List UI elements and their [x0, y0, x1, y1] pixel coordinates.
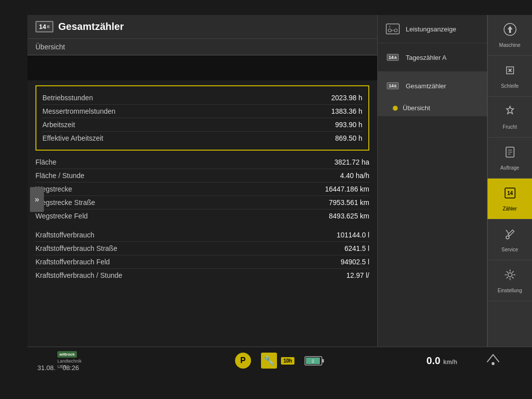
sidebar-item-leistungsanzeige[interactable]: Leistungsanzeige — [378, 15, 487, 43]
value-wegstrecke-strasse: 7953.561 km — [329, 199, 369, 206]
strip-item-service[interactable]: Service — [488, 219, 532, 260]
data-row-wegstrecke-feld: Wegstrecke Feld 8493.625 km — [35, 209, 369, 222]
date-display: 31.08. — [37, 364, 55, 372]
highlighted-row-2: Arbeitszeit 993.90 h — [42, 118, 362, 132]
data-row-wegstrecke-strasse: Wegstrecke Straße 7953.561 km — [35, 196, 369, 209]
svg-text:14: 14 — [507, 191, 513, 196]
strip-label-einstellung: Einstellung — [498, 288, 522, 294]
hl-label-2: Arbeitszeit — [42, 121, 75, 129]
speed-unit: km/h — [443, 359, 457, 366]
service-icon — [503, 226, 518, 244]
strip-item-maschine[interactable]: Maschine — [488, 15, 532, 56]
strip-label-maschine: Maschine — [499, 42, 521, 48]
sidebar-nav: Leistungsanzeige 14A Tageszähler A 14E G… — [378, 15, 487, 347]
header-icon-num: 14 — [39, 23, 46, 30]
strip-label-service: Service — [502, 247, 518, 253]
label-wegstrecke-feld: Wegstrecke Feld — [35, 212, 88, 220]
sidebar-item-tageszaehler[interactable]: 14A Tageszähler A — [378, 43, 487, 72]
data-section-1: Fläche 3821.72 ha Fläche / Stunde 4.40 h… — [27, 156, 377, 222]
strip-label-schleife: Schleife — [501, 83, 519, 89]
speed-display: 0.0 km/h — [427, 355, 457, 367]
hl-value-1: 1383.36 h — [331, 107, 362, 115]
speed-value: 0.0 — [427, 355, 441, 366]
tageszaehler-label: Tageszähler A — [406, 54, 447, 61]
icon-strip: Maschine Schleife Frucht — [487, 15, 532, 347]
strip-item-zaehler[interactable]: 14 Zähler — [488, 179, 532, 219]
collapse-icon: » — [35, 195, 39, 204]
label-flache-stunde: Fläche / Stunde — [35, 172, 84, 180]
data-row-kraftstoff-stunde: Kraftstoffverbrauch / Stunde 12.97 l/ — [35, 269, 369, 282]
subtitle-text: Übersicht — [35, 43, 65, 51]
data-row-flache: Fläche 3821.72 ha — [35, 156, 369, 169]
header-icon-badge: 14 E — [35, 21, 53, 32]
strip-label-frucht: Frucht — [503, 124, 517, 130]
strip-item-frucht[interactable]: Frucht — [488, 97, 532, 138]
ubersicht-label: Übersicht — [403, 104, 430, 112]
dark-banner — [27, 55, 377, 80]
einstellung-icon — [503, 267, 518, 285]
page-title: Gesamtzähler — [58, 21, 124, 32]
value-wegstrecke: 16447.186 km — [325, 185, 369, 193]
screen-frame: 14 E Gesamtzähler Übersicht Betriebsstun… — [27, 15, 532, 374]
time-display: 08:26 — [63, 364, 79, 372]
gesamtzaehler-label: Gesamtzähler — [406, 82, 446, 90]
tageszaehler-icon: 14A — [385, 49, 401, 65]
frucht-icon — [503, 104, 518, 122]
service-status: 🔧 10h — [261, 353, 294, 369]
section-gap — [27, 222, 377, 228]
value-kraftstoff-stunde: 12.97 l/ — [346, 271, 369, 279]
hl-label-3: Effektive Arbeitszeit — [42, 134, 103, 142]
value-wegstrecke-feld: 8493.625 km — [329, 212, 369, 220]
sub-nav-ubersicht[interactable]: Übersicht — [378, 100, 487, 116]
status-bar: wittrock Landtechnik UES P 🔧 10h — [27, 347, 532, 374]
svg-point-1 — [388, 29, 391, 32]
hl-value-0: 2023.98 h — [331, 94, 362, 102]
data-row-kraftstoff-feld: Kraftstoffverbrauch Feld 94902.5 l — [35, 255, 369, 269]
svg-line-13 — [506, 230, 509, 233]
schleife-icon — [503, 63, 518, 81]
highlighted-row-3: Effektive Arbeitszeit 869.50 h — [42, 132, 362, 145]
label-flache: Fläche — [35, 158, 56, 166]
label-kraftstoff-stunde: Kraftstoffverbrauch / Stunde — [35, 271, 122, 279]
highlighted-row-1: Messertrommelstunden 1383.36 h — [42, 105, 362, 118]
data-row-kraftstoff: Kraftstoffverbrauch 101144.0 l — [35, 228, 369, 242]
wrench-icon: 🔧 — [261, 353, 277, 369]
sidebar-item-gesamtzaehler[interactable]: 14E Gesamtzähler — [378, 72, 487, 100]
strip-label-auftrage: Auftrage — [501, 165, 520, 171]
battery-status: 2 — [304, 355, 324, 367]
main-area: 14 E Gesamtzähler Übersicht Betriebsstun… — [27, 15, 532, 347]
data-row-wegstrecke: Wegstrecke 16447.186 km — [35, 183, 369, 196]
label-kraftstoff-strasse: Kraftstoffverbrauch Straße — [35, 244, 117, 252]
logo-line2: Landtechnik — [57, 359, 82, 365]
content-panel: 14 E Gesamtzähler Übersicht Betriebsstun… — [27, 15, 377, 347]
svg-point-3 — [394, 29, 397, 32]
logo-box: wittrock — [57, 351, 77, 358]
value-kraftstoff-feld: 94902.5 l — [340, 258, 369, 266]
leistungsanzeige-icon — [385, 21, 401, 37]
value-kraftstoff-strasse: 6241.5 l — [344, 244, 369, 252]
header-icon-sub: E — [47, 24, 49, 29]
parking-status: P — [235, 353, 251, 369]
svg-point-19 — [492, 362, 495, 365]
svg-point-14 — [508, 273, 512, 277]
label-wegstrecke-strasse: Wegstrecke Straße — [35, 199, 95, 206]
right-sidebar: Leistungsanzeige 14A Tageszähler A 14E G… — [377, 15, 487, 347]
value-flache: 3821.72 ha — [334, 158, 369, 166]
data-section-2: Kraftstoffverbrauch 101144.0 l Kraftstof… — [27, 228, 377, 282]
strip-item-schleife[interactable]: Schleife — [488, 56, 532, 97]
auftrage-icon — [503, 145, 518, 163]
collapse-arrow[interactable]: » — [30, 187, 44, 212]
strip-label-zaehler: Zähler — [503, 206, 517, 212]
highlighted-row-0: Betriebsstunden 2023.98 h — [42, 91, 362, 105]
hl-label-0: Betriebsstunden — [42, 94, 93, 102]
parking-label: P — [241, 356, 246, 365]
strip-item-einstellung[interactable]: Einstellung — [488, 260, 532, 301]
svg-rect-0 — [386, 24, 399, 34]
data-row-kraftstoff-strasse: Kraftstoffverbrauch Straße 6241.5 l — [35, 242, 369, 255]
data-row-flache-stunde: Fläche / Stunde 4.40 ha/h — [35, 169, 369, 183]
leistungsanzeige-label: Leistungsanzeige — [406, 25, 456, 33]
tageszaehler-badge: 14A — [387, 54, 399, 61]
strip-item-auftrage[interactable]: Auftrage — [488, 138, 532, 179]
label-kraftstoff: Kraftstoffverbrauch — [35, 231, 94, 239]
ubersicht-dot — [393, 106, 398, 111]
